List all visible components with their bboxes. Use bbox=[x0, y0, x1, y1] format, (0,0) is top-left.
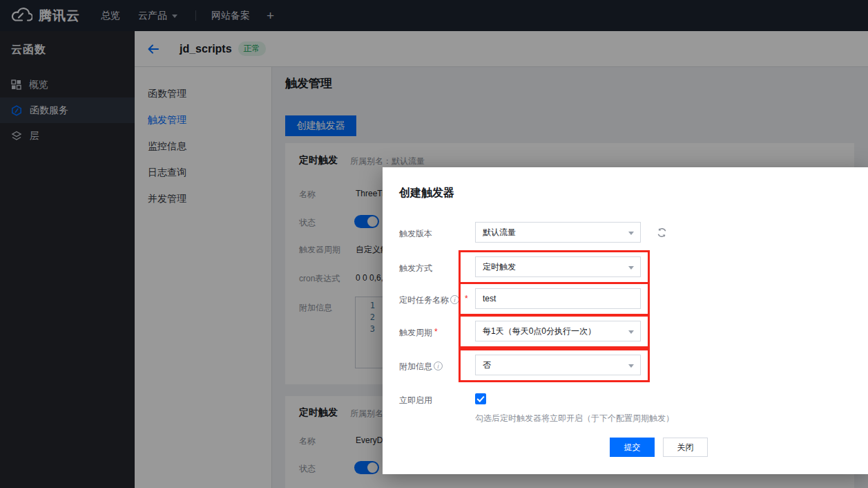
required-asterisk: * bbox=[465, 294, 468, 303]
chevron-down-icon bbox=[628, 232, 634, 238]
chevron-down-icon bbox=[628, 364, 634, 370]
trigger-period-select[interactable]: 每1天（每天0点0分执行一次） bbox=[475, 321, 641, 341]
tencent-cloud-console: 腾讯云 总览 云产品 网站备案 + 云函数 bbox=[0, 0, 868, 488]
label-extra-info: 附加信息 i bbox=[399, 355, 475, 373]
selected-value: 每1天（每天0点0分执行一次） bbox=[483, 326, 596, 336]
enable-now-checkbox[interactable] bbox=[475, 393, 486, 404]
submit-button[interactable]: 提交 bbox=[610, 438, 655, 457]
selected-value: 否 bbox=[483, 360, 491, 370]
modal-title: 创建触发器 bbox=[399, 186, 868, 200]
enable-now-hint: 勾选后定时触发器将立即开启（于下个配置周期触发） bbox=[475, 413, 674, 424]
task-name-input[interactable] bbox=[475, 288, 641, 309]
modal-footer: 提交 关闭 bbox=[610, 438, 708, 457]
refresh-icon[interactable] bbox=[656, 227, 668, 238]
label-text: 定时任务名称 bbox=[399, 294, 449, 306]
label-text: 触发版本 bbox=[399, 228, 432, 240]
trigger-version-select[interactable]: 默认流量 bbox=[475, 222, 641, 243]
label-task-name: 定时任务名称 i bbox=[399, 288, 475, 306]
label-text: 立即启用 bbox=[399, 395, 432, 406]
label-enable-now: 立即启用 bbox=[399, 388, 475, 406]
label-text: 附加信息 bbox=[399, 361, 432, 373]
label-trigger-method: 触发方式 bbox=[399, 256, 475, 274]
close-button[interactable]: 关闭 bbox=[663, 438, 708, 457]
create-trigger-modal: 创建触发器 触发版本 默认流量 bbox=[383, 167, 868, 474]
info-icon: i bbox=[450, 295, 459, 304]
label-trigger-period: 触发周期 * bbox=[399, 321, 475, 339]
selected-value: 默认流量 bbox=[483, 227, 516, 237]
label-trigger-version: 触发版本 bbox=[399, 222, 475, 240]
label-text: 触发周期 bbox=[399, 327, 432, 339]
trigger-method-select[interactable]: 定时触发 bbox=[475, 256, 641, 277]
label-text: 触发方式 bbox=[399, 263, 432, 274]
selected-value: 定时触发 bbox=[483, 262, 516, 272]
chevron-down-icon bbox=[628, 266, 634, 272]
info-icon: i bbox=[434, 362, 443, 370]
extra-info-select[interactable]: 否 bbox=[475, 355, 641, 375]
required-asterisk: * bbox=[434, 327, 438, 337]
chevron-down-icon bbox=[628, 330, 634, 337]
